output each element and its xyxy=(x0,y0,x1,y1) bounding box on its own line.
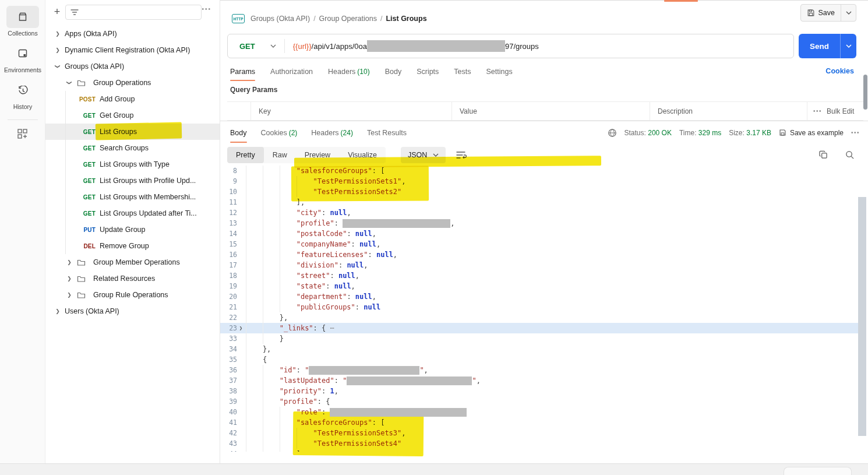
save-button-main[interactable]: Save xyxy=(801,9,841,17)
footer-button[interactable] xyxy=(784,467,852,475)
sidebar-item-users-okta-api[interactable]: ❯Users (Okta API) xyxy=(45,303,220,319)
breadcrumb-part[interactable]: Group Operations xyxy=(319,15,377,23)
network-icon[interactable] xyxy=(608,128,617,138)
indent-guide xyxy=(246,218,263,228)
tab-count: (10) xyxy=(357,68,369,76)
view-tab-visualize[interactable]: Visualize xyxy=(339,147,386,163)
indent-guide xyxy=(280,228,297,239)
sidebar-item-dynamic-client-registration-okta-api[interactable]: ❯Dynamic Client Registration (Okta API) xyxy=(45,42,220,58)
sidebar-item-list-groups[interactable]: GETList Groups xyxy=(45,124,220,140)
save-button[interactable]: Save xyxy=(800,4,857,22)
sidebar-item-update-group[interactable]: PUTUpdate Group xyxy=(45,221,220,238)
code-token: " xyxy=(419,365,424,375)
sidebar-item-get-group[interactable]: GETGet Group xyxy=(45,107,220,124)
code-text: { xyxy=(246,354,267,365)
tab-authorization[interactable]: Authorization xyxy=(270,61,313,82)
rail-item-label: Environments xyxy=(4,66,41,73)
sidebar-item-list-groups-with-type[interactable]: GETList Groups with Type xyxy=(45,156,220,173)
filter-input[interactable] xyxy=(65,5,202,20)
tab-test-results[interactable]: Test Results xyxy=(367,121,407,144)
search-icon[interactable] xyxy=(845,150,854,159)
code-token: , xyxy=(401,176,405,187)
format-select[interactable]: JSON xyxy=(401,147,446,163)
sidebar-item-group-rule-operations[interactable]: ❯Group Rule Operations xyxy=(45,287,220,303)
indent-guide xyxy=(246,375,263,386)
code-text: "TestPermissionSets3", xyxy=(246,428,406,438)
sidebar-item-remove-group[interactable]: DELRemove Group xyxy=(45,238,220,254)
redaction xyxy=(367,40,505,52)
code-token: : xyxy=(347,291,355,302)
response-more-icon[interactable]: ••• xyxy=(851,129,860,136)
send-options-chevron[interactable] xyxy=(840,34,856,58)
tab-body[interactable]: Body xyxy=(385,61,402,82)
sidebar-item-group-operations[interactable]: ❯Group Operations xyxy=(45,75,220,91)
grid-add-icon[interactable] xyxy=(17,128,29,140)
line-gutter: 8 xyxy=(220,166,245,176)
sidebar-item-groups-okta-api[interactable]: ❯Groups (Okta API) xyxy=(45,58,220,75)
tab-label: Body xyxy=(385,68,402,76)
code-text: } xyxy=(246,333,284,344)
sidebar-item-related-resources[interactable]: ❯Related Resources xyxy=(45,270,220,287)
tab-headers[interactable]: Headers(24) xyxy=(311,121,353,144)
sidebar-item-group-member-operations[interactable]: ❯Group Member Operations xyxy=(45,254,220,270)
query-params-table: Key Value Description ••• Bulk Edit xyxy=(227,101,863,121)
sidebar-item-label: Groups (Okta API) xyxy=(65,62,124,71)
code-token: "_links" xyxy=(280,323,313,333)
tab-cookies[interactable]: Cookies(2) xyxy=(261,121,298,144)
url-input[interactable]: GET {{url}}/api/v1/apps/0oa97/groups xyxy=(227,34,794,58)
send-button-label[interactable]: Send xyxy=(799,34,840,58)
line-number: 40 xyxy=(229,407,237,417)
tab-settings[interactable]: Settings xyxy=(486,61,513,82)
tab-headers[interactable]: Headers(10) xyxy=(328,61,370,82)
page-scrollbar-thumb[interactable] xyxy=(863,75,867,110)
status-pair: Status: 200 OK xyxy=(624,129,672,137)
code-token: , xyxy=(372,291,376,302)
breadcrumb-part[interactable]: Groups (Okta API) xyxy=(250,15,310,23)
code-token: , xyxy=(450,218,454,228)
breadcrumb-part[interactable]: List Groups xyxy=(386,15,426,23)
tab-scripts[interactable]: Scripts xyxy=(417,61,439,82)
code-token: "department" xyxy=(297,291,347,302)
save-options-chevron[interactable] xyxy=(841,5,856,21)
sidebar-item-list-groups-with-profile-upd[interactable]: GETList Groups with Profile Upd... xyxy=(45,173,220,189)
response-scrollbar-thumb[interactable] xyxy=(858,197,866,436)
bulk-edit-label: Bulk Edit xyxy=(827,107,854,115)
copy-icon[interactable] xyxy=(819,150,828,159)
code-text: "street": null, xyxy=(246,270,359,281)
code-text: "_links": { ⋯ xyxy=(246,323,334,333)
wrap-text-icon[interactable] xyxy=(456,151,467,159)
collapsed-ellipsis[interactable]: ⋯ xyxy=(326,323,334,333)
indent-guide xyxy=(263,291,280,302)
new-item-button[interactable]: + xyxy=(50,4,64,19)
code-token: 1 xyxy=(330,386,334,396)
sidebar-item-list-groups-with-membershi[interactable]: GETList Groups with Membershi... xyxy=(45,189,220,205)
view-tab-raw[interactable]: Raw xyxy=(264,147,296,163)
indent-guide xyxy=(246,344,263,354)
sidebar-item-list-groups-updated-after-ti[interactable]: GETList Groups Updated after Ti... xyxy=(45,205,220,221)
rail-item-collections[interactable]: Collections xyxy=(0,6,45,37)
indent-guide xyxy=(246,249,263,260)
bulk-edit-control[interactable]: ••• Bulk Edit xyxy=(807,102,863,120)
view-tab-preview[interactable]: Preview xyxy=(296,147,339,163)
line-number: 37 xyxy=(229,375,237,386)
sidebar-item-search-groups[interactable]: GETSearch Groups xyxy=(45,140,220,156)
rail-item-history[interactable]: History xyxy=(0,79,45,110)
tab-tests[interactable]: Tests xyxy=(454,61,471,82)
code-token: }, xyxy=(263,344,271,354)
sidebar-item-label: Group Operations xyxy=(93,79,151,87)
tab-params[interactable]: Params xyxy=(230,61,255,82)
url-text[interactable]: {{url}}/api/v1/apps/0oa97/groups xyxy=(293,40,539,52)
tab-body[interactable]: Body xyxy=(230,121,247,144)
sidebar-more-icon[interactable]: ••• xyxy=(202,6,211,12)
sidebar-item-add-group[interactable]: POSTAdd Group xyxy=(45,91,220,107)
sidebar-item-apps-okta-api[interactable]: ❯Apps (Okta API) xyxy=(45,26,220,42)
send-button[interactable]: Send xyxy=(799,34,856,58)
cookies-link[interactable]: Cookies xyxy=(825,67,854,75)
method-select[interactable]: GET xyxy=(228,42,284,51)
rail-item-environments[interactable]: Environments xyxy=(0,43,45,73)
more-icon: ••• xyxy=(813,108,822,114)
fold-chevron-icon[interactable]: ❯ xyxy=(237,323,245,333)
view-tab-pretty[interactable]: Pretty xyxy=(227,147,264,163)
save-as-example-button[interactable]: Save as example xyxy=(779,129,844,137)
indent-guide xyxy=(263,375,280,386)
